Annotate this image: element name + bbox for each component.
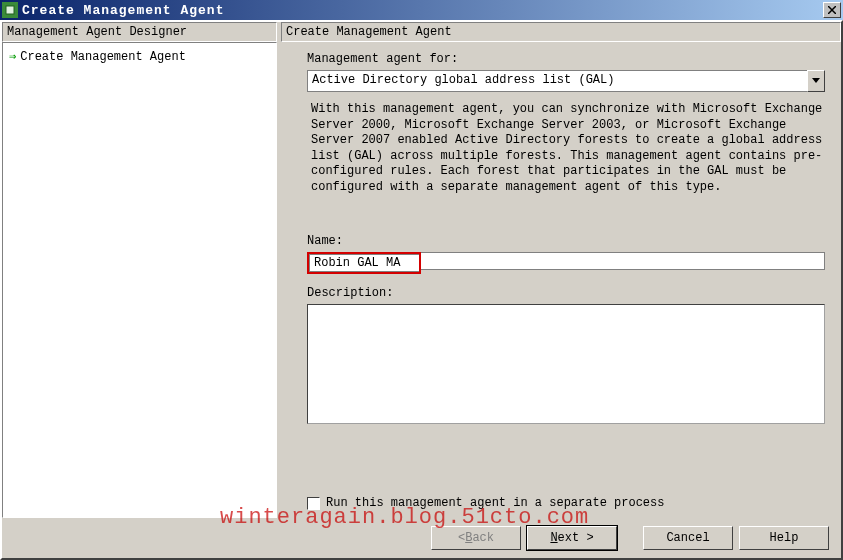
ma-info-text: With this management agent, you can sync… <box>311 102 825 196</box>
help-button[interactable]: Help <box>739 526 829 550</box>
form-area: Management agent for: Active Directory g… <box>281 42 841 518</box>
description-textarea[interactable] <box>307 304 825 424</box>
app-icon <box>2 2 18 18</box>
window-title: Create Management Agent <box>22 3 821 18</box>
left-panel: Management Agent Designer ⇒ Create Manag… <box>2 22 277 518</box>
name-input[interactable] <box>309 254 419 272</box>
name-input-row <box>307 252 825 274</box>
svg-marker-3 <box>812 78 820 83</box>
ma-for-dropdown-button[interactable] <box>807 70 825 92</box>
designer-step-label: Create Management Agent <box>20 50 186 64</box>
dialog-body: Management Agent Designer ⇒ Create Manag… <box>0 20 843 560</box>
separate-process-checkbox[interactable] <box>307 497 320 510</box>
name-highlight <box>307 252 421 274</box>
spacer <box>289 424 825 488</box>
close-icon <box>828 6 836 14</box>
designer-step-current[interactable]: ⇒ Create Management Agent <box>7 47 272 66</box>
ma-for-label: Management agent for: <box>307 52 825 66</box>
arrow-right-icon: ⇒ <box>9 49 16 64</box>
left-panel-header: Management Agent Designer <box>2 22 277 42</box>
spacer <box>623 526 637 550</box>
ma-for-combo[interactable]: Active Directory global address list (GA… <box>307 70 825 92</box>
name-label: Name: <box>307 234 825 248</box>
back-button: < Back <box>431 526 521 550</box>
main-area: Management Agent Designer ⇒ Create Manag… <box>2 22 841 518</box>
title-bar: Create Management Agent <box>0 0 843 20</box>
separate-process-label: Run this management agent in a separate … <box>326 496 664 510</box>
designer-step-list: ⇒ Create Management Agent <box>2 42 277 518</box>
ma-for-value[interactable]: Active Directory global address list (GA… <box>307 70 807 92</box>
button-row: < Back Next > Cancel Help <box>2 518 841 558</box>
close-button[interactable] <box>823 2 841 18</box>
cancel-button[interactable]: Cancel <box>643 526 733 550</box>
name-input-extend[interactable] <box>421 252 825 270</box>
chevron-down-icon <box>812 78 820 84</box>
right-panel-header: Create Management Agent <box>281 22 841 42</box>
next-button[interactable]: Next > <box>527 526 617 550</box>
svg-rect-0 <box>6 6 14 14</box>
separate-process-row[interactable]: Run this management agent in a separate … <box>307 496 825 510</box>
spacer <box>289 196 825 232</box>
description-label: Description: <box>307 286 825 300</box>
right-panel: Create Management Agent Management agent… <box>281 22 841 518</box>
